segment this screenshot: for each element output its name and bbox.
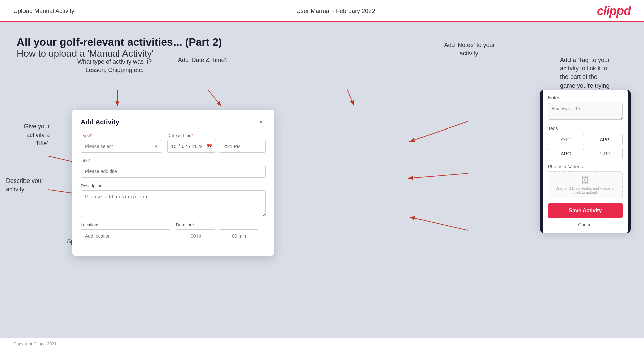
upload-area[interactable]: 🖼 Drag and Drop photos and videos or cli…	[548, 171, 623, 198]
tags-section-title: Tags	[548, 126, 623, 131]
title-input[interactable]	[81, 165, 266, 178]
svg-line-2	[208, 90, 221, 106]
copyright: Copyright Clippd 2021	[13, 341, 57, 346]
duration-inputs	[176, 229, 266, 242]
title-label: Title*	[81, 158, 266, 163]
save-activity-button[interactable]: Save Activity	[548, 203, 623, 218]
duration-hr-input[interactable]	[176, 229, 216, 242]
location-input[interactable]	[81, 229, 170, 242]
svg-line-7	[347, 90, 354, 106]
modal-header: Add Activity ×	[81, 118, 266, 127]
type-select-wrapper[interactable]: Please select	[81, 140, 162, 153]
notes-section-title: Notes	[548, 95, 623, 100]
date-year: 2022	[192, 144, 203, 149]
description-textarea[interactable]	[81, 190, 266, 217]
upload-text: Drag and Drop photos and videos or click…	[555, 186, 615, 194]
panel-inner: Notes Tags OTT APP ARG PUTT Photos & Vid…	[543, 90, 628, 233]
title-group: Title*	[81, 158, 266, 178]
tag-putt[interactable]: PUTT	[587, 148, 623, 159]
annotation-notes: Add 'Notes' to your activity.	[436, 41, 503, 58]
svg-line-8	[409, 121, 468, 142]
type-datetime-row: Type* Please select Date & Time* 15 / 02	[81, 133, 266, 153]
location-duration-row: Location* Duration*	[81, 222, 266, 242]
annotation-desc: Describe your activity.	[6, 177, 50, 194]
tag-arg[interactable]: ARG	[548, 148, 584, 159]
svg-line-10	[409, 217, 468, 230]
type-select[interactable]: Please select	[81, 140, 162, 153]
type-label: Type*	[81, 133, 162, 138]
tag-app[interactable]: APP	[587, 134, 623, 145]
manual-title: User Manual - February 2022	[296, 8, 375, 15]
annotation-datetime: Add 'Date & Time'.	[178, 56, 228, 64]
date-month: 02	[182, 144, 187, 149]
top-bar: Upload Manual Activity User Manual - Feb…	[0, 0, 644, 21]
page-heading: All your golf-relevant activities... (Pa…	[17, 36, 627, 59]
location-group: Location*	[81, 222, 170, 242]
cancel-button[interactable]: Cancel	[548, 222, 623, 227]
location-label: Location*	[81, 222, 170, 227]
photos-section-title: Photos & Videos	[548, 164, 623, 169]
upload-icon: 🖼	[581, 175, 589, 185]
date-day: 15	[171, 144, 177, 149]
notes-textarea[interactable]	[548, 103, 623, 120]
datetime-group: Date & Time* 15 / 02 / 2022 📅	[167, 133, 266, 153]
type-group: Type* Please select	[81, 133, 162, 153]
svg-line-9	[408, 173, 468, 178]
annotation-title: Give your activity a 'Title'.	[6, 122, 50, 148]
calendar-icon[interactable]: 📅	[207, 144, 212, 149]
duration-group: Duration*	[176, 222, 266, 242]
close-button[interactable]: ×	[256, 118, 266, 127]
heading1: All your golf-relevant activities... (Pa…	[17, 36, 627, 48]
description-label: Description	[81, 183, 266, 188]
datetime-label: Date & Time*	[167, 133, 266, 138]
main-content: All your golf-relevant activities... (Pa…	[0, 22, 644, 338]
time-input[interactable]	[219, 140, 266, 153]
add-activity-modal: Add Activity × Type* Please select Date …	[72, 110, 274, 256]
duration-min-input[interactable]	[219, 229, 259, 242]
tags-grid: OTT APP ARG PUTT	[548, 134, 623, 159]
annotation-type: What type of activity was it? Lesson, Ch…	[77, 58, 152, 74]
mobile-panel: Notes Tags OTT APP ARG PUTT Photos & Vid…	[540, 90, 631, 233]
description-group: Description	[81, 183, 266, 217]
logo: clippd	[597, 4, 631, 18]
page-title: Upload Manual Activity	[13, 8, 75, 15]
footer: Copyright Clippd 2021	[0, 338, 644, 350]
date-input[interactable]: 15 / 02 / 2022 📅	[167, 140, 216, 153]
modal-title: Add Activity	[81, 118, 119, 126]
duration-label: Duration*	[176, 222, 266, 227]
tag-ott[interactable]: OTT	[548, 134, 584, 145]
